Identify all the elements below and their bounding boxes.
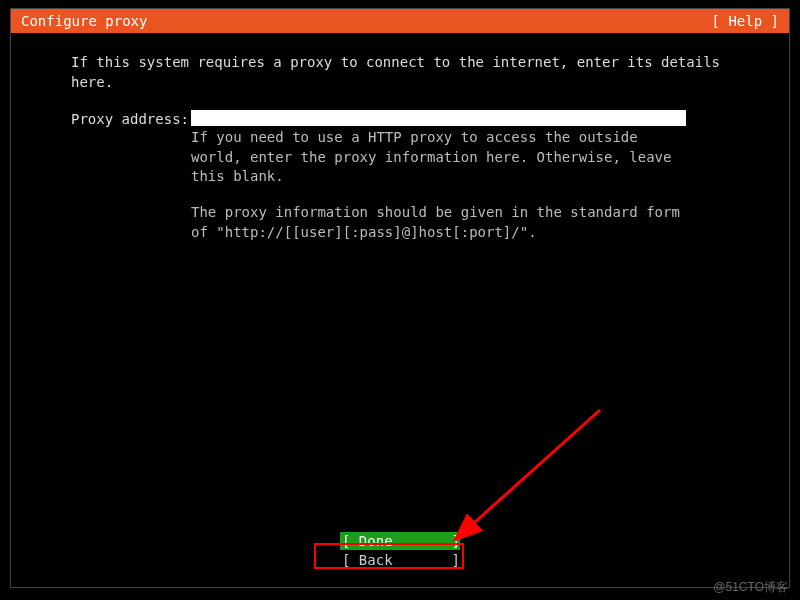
intro-text: If this system requires a proxy to conne…	[71, 53, 729, 92]
proxy-label: Proxy address:	[71, 110, 191, 130]
footer-buttons: [ Done ] [ Back ]	[11, 532, 789, 569]
proxy-hint-1: If you need to use a HTTP proxy to acces…	[191, 128, 691, 187]
help-button[interactable]: [ Help ]	[712, 13, 781, 29]
content-area: If this system requires a proxy to conne…	[11, 33, 789, 242]
page-title: Configure proxy	[19, 13, 712, 29]
watermark-text: @51CTO博客	[713, 579, 788, 596]
installer-frame: Configure proxy [ Help ] If this system …	[10, 8, 790, 588]
proxy-field-row: Proxy address: If you need to use a HTTP…	[71, 110, 729, 242]
proxy-hint-2: The proxy information should be given in…	[191, 203, 691, 242]
header-bar: Configure proxy [ Help ]	[11, 9, 789, 33]
back-button[interactable]: [ Back ]	[340, 551, 460, 569]
proxy-address-input[interactable]	[191, 110, 686, 126]
proxy-field-right: If you need to use a HTTP proxy to acces…	[191, 110, 729, 242]
done-button[interactable]: [ Done ]	[340, 532, 460, 550]
